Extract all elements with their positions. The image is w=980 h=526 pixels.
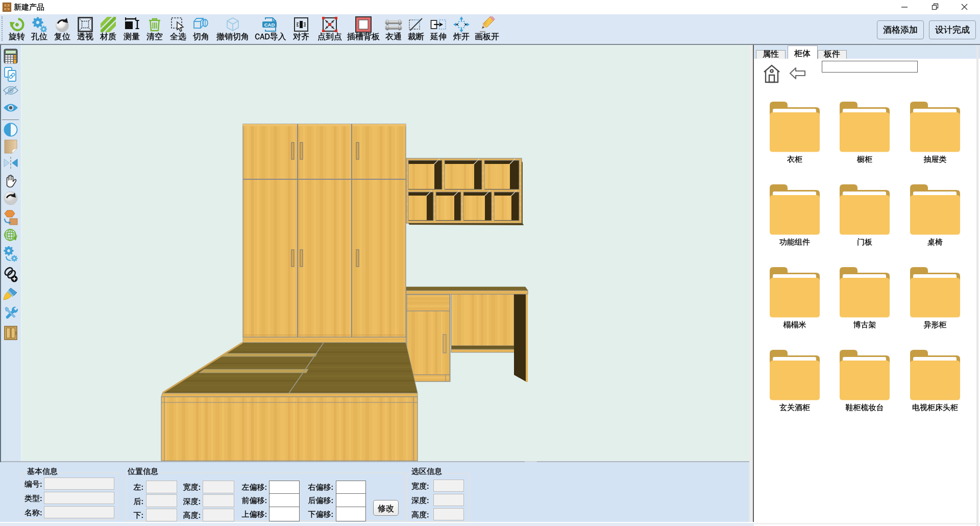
svg-text:CAD: CAD: [264, 22, 275, 28]
